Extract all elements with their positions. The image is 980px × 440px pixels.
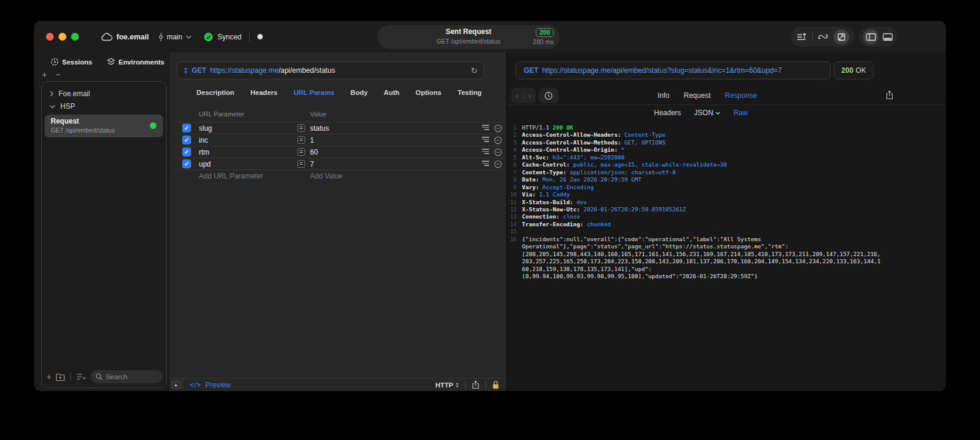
param-checkbox[interactable]: ✓ xyxy=(182,136,191,144)
response-url-bar[interactable]: GET https://statuspage.me/api/embed/stat… xyxy=(515,61,831,79)
branch-name[interactable]: main xyxy=(167,33,182,41)
project-name[interactable]: foe.email xyxy=(116,33,149,41)
row-menu-icon[interactable] xyxy=(482,149,489,155)
tab-options[interactable]: Options xyxy=(416,89,441,96)
response-raw-body[interactable]: 1HTTP/1.1 200 OK2Access-Control-Allow-He… xyxy=(507,124,942,389)
method-select-arrows-icon[interactable] xyxy=(183,67,188,74)
preview-button[interactable]: </> Preview xyxy=(183,381,231,389)
tree-item-hsp[interactable]: HSP xyxy=(50,102,75,110)
remove-row-icon[interactable] xyxy=(494,124,502,133)
tab-body[interactable]: Body xyxy=(351,89,368,96)
expand-panel-button[interactable]: ▲ xyxy=(171,380,181,389)
param-name[interactable]: upd xyxy=(199,158,211,170)
cloud-icon xyxy=(101,33,112,41)
sync-branches-icon[interactable] xyxy=(818,32,828,41)
add-value-placeholder[interactable]: Add Value xyxy=(310,170,343,183)
history-button[interactable] xyxy=(539,88,558,103)
tab-request[interactable]: Request xyxy=(684,91,711,100)
remove-row-icon[interactable] xyxy=(494,136,502,144)
chevron-down-icon[interactable] xyxy=(50,104,56,109)
remove-session-button[interactable]: − xyxy=(56,70,61,79)
zoom-button[interactable] xyxy=(71,33,79,41)
add-session-button[interactable]: + xyxy=(42,70,47,79)
add-request-button[interactable]: + xyxy=(47,372,51,381)
share-icon[interactable] xyxy=(472,380,480,389)
chevron-right-icon[interactable] xyxy=(50,91,54,97)
tab-headers[interactable]: Headers xyxy=(250,89,277,96)
tab-testing[interactable]: Testing xyxy=(457,89,481,96)
response-line: 7Content-Type: application/json; charset… xyxy=(507,169,942,176)
minimize-button[interactable] xyxy=(59,33,66,41)
divider xyxy=(249,32,250,41)
clock-icon xyxy=(544,91,553,100)
export-response-icon[interactable] xyxy=(886,90,893,100)
lock-icon[interactable] xyxy=(492,380,499,389)
search-input[interactable] xyxy=(106,373,158,380)
chevron-down-icon[interactable] xyxy=(186,35,192,39)
tab-description[interactable]: Description xyxy=(196,89,234,96)
import-list-icon[interactable] xyxy=(797,32,807,41)
param-value[interactable]: 7 xyxy=(310,158,314,170)
response-line: 8Date: Mon, 26 Jan 2026 20:29:59 GMT xyxy=(507,176,942,183)
back-button[interactable]: ‹ xyxy=(516,91,519,100)
tab-url-params[interactable]: URL Params xyxy=(294,89,334,96)
equals-icon: = xyxy=(297,136,305,144)
response-line: 5Alt-Svc: h3=":443"; ma=2592000 xyxy=(507,154,942,161)
new-folder-icon[interactable] xyxy=(56,373,65,381)
param-row[interactable]: ✓slug=status xyxy=(174,122,502,134)
chevron-down-icon xyxy=(715,112,720,115)
tab-sessions[interactable]: Sessions xyxy=(51,58,93,66)
divider xyxy=(70,373,71,381)
remove-row-icon[interactable] xyxy=(494,148,502,156)
remove-row-icon[interactable] xyxy=(494,160,502,168)
param-row[interactable]: ✓upd=7 xyxy=(174,158,502,170)
forward-button[interactable]: › xyxy=(529,91,532,100)
param-name[interactable]: rtm xyxy=(199,146,209,158)
param-checkbox[interactable]: ✓ xyxy=(182,147,191,156)
request-list-item-selected[interactable]: Request GET /api/embed/status xyxy=(45,115,163,137)
tab-info[interactable]: Info xyxy=(658,91,669,100)
sort-list-icon[interactable] xyxy=(76,373,87,380)
protocol-select[interactable]: HTTP xyxy=(435,381,459,389)
subtab-headers[interactable]: Headers xyxy=(654,109,681,117)
tab-response[interactable]: Response xyxy=(725,91,757,100)
subtab-raw[interactable]: Raw xyxy=(733,109,748,117)
request-url-bar[interactable]: GET https://statuspage.me /api/embed/sta… xyxy=(177,61,484,79)
refresh-icon[interactable]: ↻ xyxy=(471,66,478,75)
url-host[interactable]: https://statuspage.me xyxy=(210,66,279,75)
response-subtabs: Headers JSON Raw xyxy=(654,105,748,121)
param-value[interactable]: status xyxy=(310,122,329,134)
tab-environments-label: Environments xyxy=(119,59,165,66)
param-checkbox[interactable]: ✓ xyxy=(182,124,191,133)
add-param-row[interactable]: Add URL ParameterAdd Value xyxy=(174,170,502,182)
method-label[interactable]: GET xyxy=(192,66,207,75)
row-menu-icon[interactable] xyxy=(482,137,489,143)
search-box[interactable] xyxy=(91,370,162,383)
param-name[interactable]: slug xyxy=(199,122,212,134)
tab-auth[interactable]: Auth xyxy=(384,89,400,96)
tree-item-foe-email[interactable]: Foe.email xyxy=(50,90,90,98)
divider xyxy=(523,92,524,100)
response-status-box: 200 OK xyxy=(834,61,874,79)
line-number xyxy=(507,251,517,258)
param-row[interactable]: ✓rtm=60 xyxy=(174,146,502,158)
sessions-panel: Foe.email HSP Request GET /api/embed/sta… xyxy=(41,81,167,388)
row-menu-icon[interactable] xyxy=(482,125,489,131)
subtab-json[interactable]: JSON xyxy=(694,109,720,117)
tab-environments[interactable]: Environments xyxy=(107,58,165,66)
bottom-panel-toggle[interactable] xyxy=(883,33,893,41)
import-export-button[interactable] xyxy=(834,29,849,45)
response-line: [0,99.94,100,99.93,99.98,99.95,100],"upd… xyxy=(507,273,942,280)
add-param-placeholder[interactable]: Add URL Parameter xyxy=(199,170,263,183)
row-menu-icon[interactable] xyxy=(482,161,489,167)
param-name[interactable]: inc xyxy=(199,134,208,146)
param-value[interactable]: 60 xyxy=(310,146,318,158)
param-row[interactable]: ✓inc=1 xyxy=(174,134,502,146)
left-panel-toggle[interactable] xyxy=(863,29,878,45)
param-value[interactable]: 1 xyxy=(310,134,314,146)
sent-request-pill[interactable]: Sent Request GET /api/embed/status 200 2… xyxy=(377,25,560,49)
url-path[interactable]: /api/embed/status xyxy=(278,66,335,75)
param-checkbox[interactable]: ✓ xyxy=(182,159,191,168)
line-number: 9 xyxy=(507,184,517,191)
close-button[interactable] xyxy=(46,33,54,41)
